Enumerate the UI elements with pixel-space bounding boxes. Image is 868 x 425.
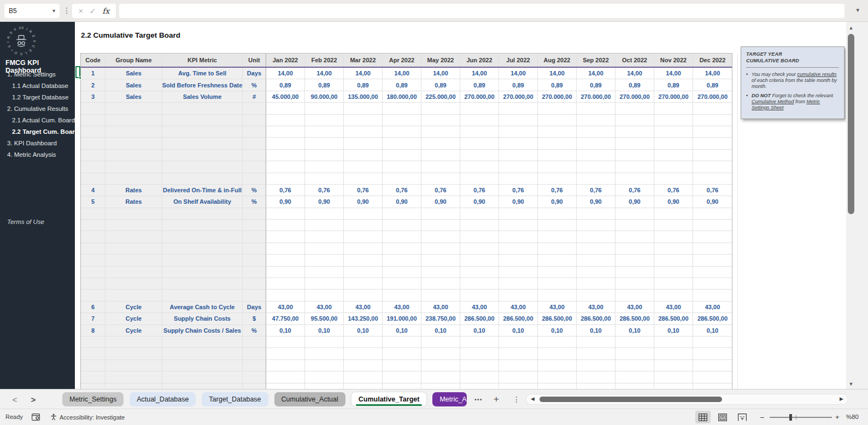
cell[interactable] — [460, 220, 499, 231]
cell[interactable]: 0,10 — [654, 325, 693, 337]
cell[interactable] — [305, 278, 344, 290]
cell[interactable]: 238.750,00 — [421, 313, 460, 324]
cell[interactable] — [162, 150, 243, 161]
cell[interactable]: 1 — [81, 68, 105, 79]
cell[interactable] — [81, 243, 105, 255]
cell[interactable] — [615, 150, 654, 161]
cell[interactable] — [305, 115, 344, 126]
cell[interactable]: 0,89 — [460, 79, 499, 91]
cell[interactable] — [654, 231, 693, 243]
cell[interactable] — [538, 267, 577, 278]
cell[interactable] — [460, 337, 499, 348]
cell[interactable] — [383, 231, 421, 243]
cell[interactable] — [460, 231, 499, 243]
cell[interactable] — [243, 150, 266, 161]
cell[interactable] — [654, 348, 693, 359]
cell[interactable] — [615, 220, 654, 231]
cell[interactable] — [421, 126, 460, 138]
cell[interactable] — [243, 161, 266, 173]
cell[interactable] — [162, 267, 243, 278]
cell[interactable] — [266, 138, 305, 149]
cell[interactable] — [421, 115, 460, 126]
cell[interactable]: 5 — [81, 196, 105, 208]
cell[interactable] — [266, 220, 305, 231]
cell[interactable]: 0,76 — [460, 185, 499, 196]
cell[interactable] — [81, 278, 105, 290]
cell[interactable] — [383, 290, 421, 301]
cell[interactable] — [577, 161, 615, 173]
cell[interactable] — [305, 103, 344, 114]
cell[interactable] — [305, 138, 344, 149]
cell[interactable] — [693, 161, 732, 173]
cell[interactable]: 270.000,00 — [499, 91, 538, 103]
cell[interactable] — [577, 371, 615, 383]
cell[interactable] — [162, 360, 243, 371]
cell[interactable]: 0,10 — [383, 325, 421, 337]
cell[interactable]: 270.000,00 — [654, 91, 693, 103]
cell[interactable] — [421, 208, 460, 220]
cell[interactable] — [421, 243, 460, 255]
cell[interactable] — [383, 360, 421, 371]
cell[interactable] — [654, 383, 693, 389]
cell[interactable] — [243, 208, 266, 220]
cell[interactable] — [499, 337, 538, 348]
cell[interactable] — [344, 383, 383, 389]
cell[interactable]: Supply Chain Costs — [162, 313, 243, 324]
cell[interactable] — [105, 161, 162, 173]
cell[interactable]: 0,90 — [421, 196, 460, 208]
cell[interactable]: # — [243, 91, 266, 103]
cell[interactable]: 0,89 — [266, 79, 305, 91]
view-normal-button[interactable] — [695, 411, 711, 423]
cell[interactable]: % — [243, 79, 266, 91]
sidebar-item[interactable]: 1. Metric Settings — [0, 69, 75, 80]
cell[interactable] — [615, 337, 654, 348]
cell[interactable]: 14,00 — [383, 68, 421, 79]
cell[interactable] — [421, 371, 460, 383]
cell[interactable] — [421, 150, 460, 161]
cell[interactable] — [162, 231, 243, 243]
cell[interactable]: 0,90 — [344, 196, 383, 208]
cell[interactable] — [266, 115, 305, 126]
cell[interactable] — [81, 126, 105, 138]
cell[interactable]: 43,00 — [383, 302, 421, 313]
cell[interactable] — [344, 208, 383, 220]
cell[interactable]: 0,76 — [383, 185, 421, 196]
cell[interactable] — [421, 103, 460, 114]
cell[interactable] — [305, 220, 344, 231]
cell[interactable]: 90.000,00 — [305, 91, 344, 103]
cell[interactable] — [243, 231, 266, 243]
cell[interactable] — [615, 348, 654, 359]
cell[interactable]: 4 — [81, 185, 105, 196]
cell[interactable] — [105, 267, 162, 278]
cell[interactable] — [266, 348, 305, 359]
zoom-out-button[interactable]: − — [760, 413, 764, 422]
cell[interactable] — [81, 150, 105, 161]
more-tabs-button[interactable]: ••• — [474, 392, 483, 406]
cell[interactable] — [538, 150, 577, 161]
sheet-tab[interactable]: Metric_A — [432, 392, 466, 406]
cell[interactable]: 43,00 — [615, 302, 654, 313]
cell[interactable] — [383, 371, 421, 383]
cell[interactable]: 0,89 — [499, 79, 538, 91]
cell[interactable]: 14,00 — [577, 68, 615, 79]
cell[interactable] — [383, 126, 421, 138]
cell[interactable] — [81, 371, 105, 383]
cell[interactable] — [243, 383, 266, 389]
cell[interactable]: 270.000,00 — [460, 91, 499, 103]
cell[interactable] — [344, 337, 383, 348]
cell[interactable] — [654, 208, 693, 220]
cell[interactable] — [81, 255, 105, 266]
horizontal-scrollbar[interactable]: ◀ ▶ — [526, 394, 848, 405]
cell[interactable] — [577, 220, 615, 231]
cell[interactable] — [460, 371, 499, 383]
cell[interactable] — [81, 220, 105, 231]
cell[interactable] — [538, 173, 577, 185]
cell[interactable] — [305, 290, 344, 301]
sheet-tab[interactable]: Metric_Settings — [62, 392, 124, 406]
cell[interactable]: 14,00 — [460, 68, 499, 79]
cell[interactable]: Rates — [105, 185, 162, 196]
cell[interactable] — [243, 115, 266, 126]
cell[interactable]: 43,00 — [266, 302, 305, 313]
cell[interactable] — [383, 161, 421, 173]
cell[interactable]: 0,90 — [383, 196, 421, 208]
